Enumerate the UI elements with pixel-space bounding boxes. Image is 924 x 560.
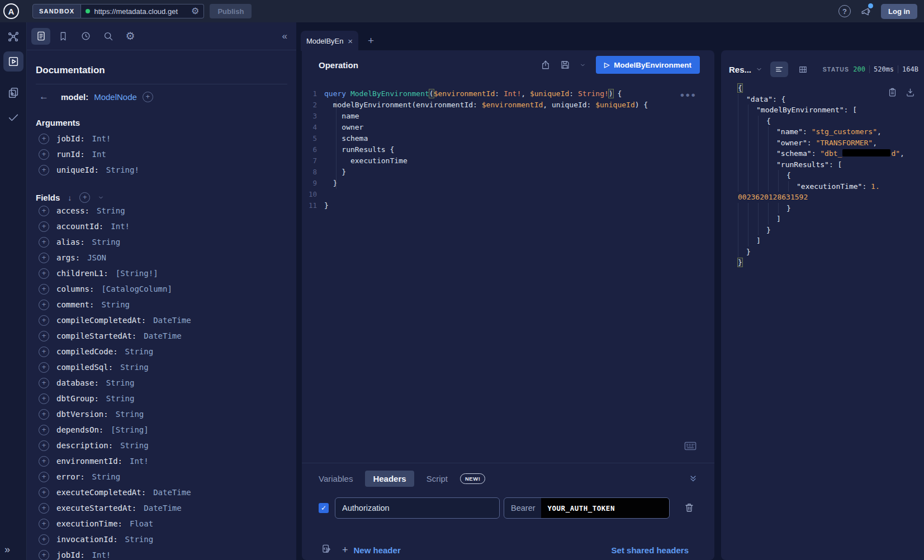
table-view-icon[interactable] (795, 61, 811, 77)
field-type[interactable]: JSON (87, 253, 106, 262)
code-line[interactable]: 5 schema (302, 133, 698, 144)
add-to-query-icon[interactable]: + (39, 425, 49, 435)
back-arrow-icon[interactable]: ← (39, 91, 49, 102)
tab-script[interactable]: Script (427, 474, 448, 483)
field-type[interactable]: Int! (92, 550, 111, 559)
set-shared-headers-link[interactable]: Set shared headers (612, 545, 689, 555)
close-tab-icon[interactable]: × (348, 36, 353, 46)
field-row[interactable]: +dependsOn: [String] (27, 422, 296, 438)
field-row[interactable]: +columns: [CatalogColumn] (27, 281, 296, 297)
environment-variables-icon[interactable] (321, 543, 331, 555)
field-row[interactable]: +compileStartedAt: DateTime (27, 328, 296, 344)
add-to-query-icon[interactable]: + (39, 534, 49, 545)
operation-tab-title[interactable]: ModelByEnvi... (306, 37, 343, 45)
tab-headers[interactable]: Headers (365, 471, 414, 487)
operation-collections-icon[interactable] (3, 83, 23, 103)
history-icon[interactable] (76, 28, 95, 45)
add-to-query-icon[interactable]: + (39, 300, 49, 310)
field-type[interactable]: DateTime (144, 331, 181, 340)
add-to-query-icon[interactable]: + (39, 456, 49, 467)
field-row[interactable]: +compileCompletedAt: DateTime (27, 312, 296, 328)
schema-graph-icon[interactable] (3, 27, 23, 47)
chevron-down-icon[interactable] (98, 194, 104, 201)
field-row[interactable]: +compiledCode: String (27, 344, 296, 359)
settings-gear-icon[interactable]: ⚙ (121, 28, 140, 45)
field-type[interactable]: String (97, 206, 125, 215)
add-to-query-icon[interactable]: + (39, 503, 49, 514)
add-to-query-icon[interactable]: + (39, 440, 49, 451)
field-type[interactable]: String (92, 238, 121, 246)
field-row[interactable]: +invocationId: String (27, 531, 296, 547)
header-key-input[interactable] (335, 497, 500, 519)
checks-icon[interactable] (3, 107, 23, 127)
publish-button[interactable]: Publish (210, 4, 252, 18)
field-type[interactable]: [CatalogColumn] (101, 284, 172, 293)
field-type[interactable]: DateTime (153, 316, 191, 325)
save-options-chevron-icon[interactable] (580, 62, 586, 68)
add-all-fields-icon[interactable]: + (143, 92, 153, 102)
add-to-query-icon[interactable]: + (39, 253, 49, 263)
announcements-megaphone-icon[interactable] (860, 6, 871, 17)
argument-row[interactable]: +uniqueId: String! (27, 162, 296, 178)
field-type[interactable]: DateTime (153, 488, 191, 497)
field-row[interactable]: +comment: String (27, 297, 296, 312)
expand-rail-icon[interactable]: » (4, 544, 10, 556)
field-row[interactable]: +dbtGroup: String (27, 391, 296, 406)
argument-row[interactable]: +runId: Int (27, 146, 296, 162)
field-row[interactable]: +jobId: Int! (27, 547, 296, 560)
field-type[interactable]: String (106, 378, 135, 387)
add-to-query-icon[interactable]: + (39, 165, 49, 175)
field-row[interactable]: +args: JSON (27, 250, 296, 265)
header-enabled-checkbox[interactable]: ✓ (319, 503, 329, 513)
field-type[interactable]: String (125, 535, 154, 544)
response-json[interactable]: {"data": {"modelByEnvironment": [{"name"… (738, 83, 922, 268)
code-line[interactable]: 1query ModelByEnvironment($environmentId… (302, 88, 698, 99)
formatted-view-icon[interactable] (770, 61, 788, 77)
field-type[interactable]: String (106, 394, 135, 403)
add-to-query-icon[interactable]: + (39, 315, 49, 326)
collapse-bottom-panel-icon[interactable] (689, 474, 698, 483)
field-type[interactable]: String (92, 472, 121, 481)
field-type[interactable]: String (120, 441, 149, 450)
add-to-query-icon[interactable]: + (39, 284, 49, 295)
field-row[interactable]: +dbtVersion: String (27, 406, 296, 422)
add-to-query-icon[interactable]: + (39, 550, 49, 560)
add-to-query-icon[interactable]: + (39, 237, 49, 248)
field-type[interactable]: Float (130, 519, 153, 528)
connection-settings-gear-icon[interactable]: ⚙ (191, 7, 199, 16)
code-line[interactable]: 11} (302, 200, 698, 211)
add-to-query-icon[interactable]: + (39, 221, 49, 232)
field-type[interactable]: String (125, 347, 154, 356)
auth-token-chip[interactable]: YOUR_AUTH_TOKEN (541, 498, 669, 518)
add-to-query-icon[interactable]: + (39, 362, 49, 373)
field-type[interactable]: String (120, 363, 149, 372)
login-button[interactable]: Log in (881, 4, 917, 19)
field-type[interactable]: String (101, 300, 130, 309)
field-row[interactable]: +environmentId: Int! (27, 453, 296, 469)
help-icon[interactable]: ? (838, 5, 851, 17)
field-type[interactable]: Int! (92, 134, 111, 143)
field-row[interactable]: +executeStartedAt: DateTime (27, 500, 296, 516)
endpoint-url-text[interactable]: https://metadata.cloud.get (94, 7, 187, 16)
sort-fields-icon[interactable]: ↓ (68, 193, 72, 202)
field-row[interactable]: +compiledSql: String (27, 359, 296, 375)
documentation-tab-icon[interactable] (31, 28, 50, 45)
endpoint-url-input[interactable]: https://metadata.cloud.get ⚙ (81, 4, 204, 18)
breadcrumb-type-link[interactable]: ModelNode (94, 92, 137, 102)
field-type[interactable]: String (116, 410, 144, 419)
code-line[interactable]: 3 name (302, 111, 698, 122)
field-row[interactable]: +access: String (27, 203, 296, 219)
code-line[interactable]: 10 (302, 189, 698, 200)
code-line[interactable]: 2 modelByEnvironment(environmentId: $env… (302, 99, 698, 111)
editor-menu-icon[interactable]: ●●● (680, 91, 696, 99)
new-header-button[interactable]: + New header (342, 544, 401, 556)
field-row[interactable]: +childrenL1: [String!] (27, 265, 296, 281)
field-type[interactable]: Int! (130, 457, 149, 466)
argument-row[interactable]: +jobId: Int! (27, 131, 296, 146)
field-type[interactable]: [String] (111, 425, 148, 434)
share-operation-icon[interactable] (541, 60, 551, 70)
code-line[interactable]: 6 runResults { (302, 144, 698, 155)
download-response-icon[interactable] (906, 87, 915, 98)
add-fields-icon[interactable]: + (79, 192, 90, 203)
header-value-input[interactable]: Bearer YOUR_AUTH_TOKEN (504, 497, 670, 519)
